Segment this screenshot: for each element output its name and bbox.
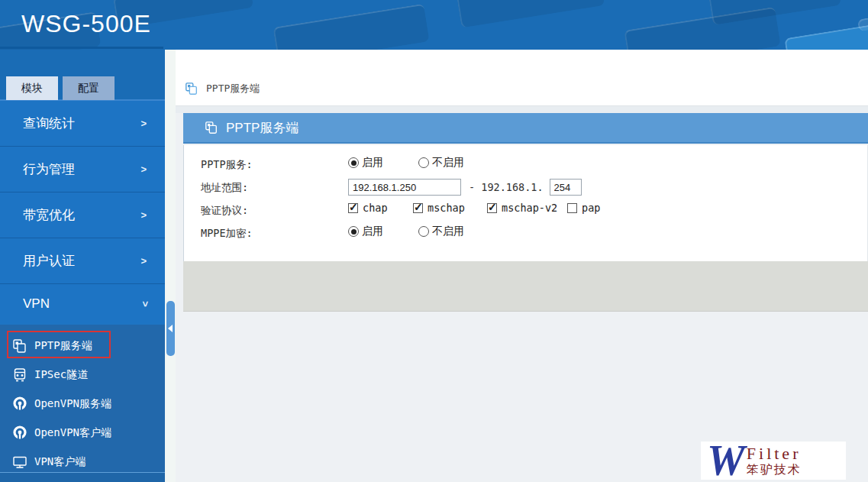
openvpn-icon <box>12 425 27 441</box>
range-separator-text: - 192.168.1. <box>469 181 544 193</box>
sidebar: 模块 配置 查询统计 > 行为管理 > 带宽优化 > 用户认证 > VPN > … <box>0 50 165 482</box>
sidebar-item-query-stats[interactable]: 查询统计 > <box>0 101 165 147</box>
main-content: PPTP服务端 PPTP服务端 PPTP服务: 启用 不启用 地址范围: <box>176 50 868 482</box>
sidebar-collapse-handle[interactable] <box>166 301 175 356</box>
keyboard-texture-key <box>273 4 429 50</box>
submenu-item-pptp-server[interactable]: PPTP服务端 <box>0 332 165 361</box>
submenu-item-ipsec-tunnel[interactable]: IPSec隧道 <box>0 361 165 390</box>
pptp-settings-form: PPTP服务: 启用 不启用 地址范围: - 192.168.1. 验证协议: … <box>183 145 868 261</box>
breadcrumb: PPTP服务端 <box>185 82 260 95</box>
form-footer-strip <box>183 261 868 312</box>
breadcrumb-label: PPTP服务端 <box>206 82 260 95</box>
tab-modules[interactable]: 模块 <box>6 76 58 100</box>
pages-icon <box>205 121 218 134</box>
breadcrumb-bar: PPTP服务端 <box>176 50 868 105</box>
form-row-auth-protocol: 验证协议: chap mschap mschap-v2 pap <box>184 199 867 222</box>
app-title: WSG-500E <box>21 10 151 38</box>
vendor-logo: W Filter 笨驴技术 <box>701 442 846 480</box>
mppe-enable-label: 启用 <box>362 225 383 238</box>
panel-header: PPTP服务端 <box>183 113 868 144</box>
range-start-input[interactable] <box>348 179 461 196</box>
submenu-item-label: IPSec隧道 <box>34 368 88 382</box>
chevron-down-icon: > <box>125 301 165 307</box>
pap-label: pap <box>582 202 600 214</box>
logo-w-mark: W <box>707 443 745 478</box>
pptp-disable-label: 不启用 <box>432 156 464 170</box>
submenu-item-openvpn-server[interactable]: OpenVPN服务端 <box>0 390 165 419</box>
pptp-enable-label: 启用 <box>362 156 383 170</box>
header-underline <box>0 47 163 49</box>
submenu-item-label: VPN客户端 <box>34 455 86 469</box>
submenu-item-openvpn-client[interactable]: OpenVPN客户端 <box>0 419 165 448</box>
chevron-right-icon: > <box>140 192 147 238</box>
form-row-address-range: 地址范围: - 192.168.1. <box>184 176 867 199</box>
submenu-item-label: OpenVPN客户端 <box>34 426 111 440</box>
address-range-label: 地址范围: <box>201 181 248 195</box>
mschap-v2-checkbox[interactable] <box>487 203 497 213</box>
breadcrumb-divider <box>176 105 868 113</box>
sidebar-item-label: 带宽优化 <box>23 208 75 222</box>
form-row-mppe: MPPE加密: 启用 不启用 <box>184 222 867 244</box>
range-end-input[interactable] <box>550 179 582 196</box>
sidebar-item-vpn[interactable]: VPN > <box>0 284 165 325</box>
tab-config[interactable]: 配置 <box>63 76 115 100</box>
sidebar-tabs: 模块 配置 <box>0 50 165 101</box>
collapse-left-icon <box>168 325 173 332</box>
sidebar-item-label: VPN <box>23 296 50 311</box>
logo-subtitle: 笨驴技术 <box>747 463 802 477</box>
chap-checkbox[interactable] <box>348 203 358 213</box>
form-row-pptp-service: PPTP服务: 启用 不启用 <box>184 153 867 176</box>
sidebar-item-user-auth[interactable]: 用户认证 > <box>0 238 165 284</box>
chevron-right-icon: > <box>140 238 147 283</box>
mppe-disable-label: 不启用 <box>432 225 464 238</box>
monitor-icon <box>12 455 27 470</box>
tunnel-icon <box>12 367 27 383</box>
sidebar-item-label: 用户认证 <box>23 254 75 268</box>
pptp-disable-radio[interactable] <box>418 157 429 168</box>
submenu-item-label: PPTP服务端 <box>34 339 92 353</box>
pptp-enable-radio[interactable] <box>348 157 359 168</box>
submenu-item-label: OpenVPN服务端 <box>34 397 111 411</box>
sidebar-gutter <box>165 50 176 482</box>
mppe-label: MPPE加密: <box>201 227 253 241</box>
keyboard-texture-key <box>457 0 605 28</box>
app-header: WSG-500E <box>0 0 868 50</box>
auth-protocol-label: 验证协议: <box>201 204 248 218</box>
pptp-service-label: PPTP服务: <box>201 158 253 172</box>
submenu-item-vpn-client[interactable]: VPN客户端 <box>0 448 165 477</box>
mschap-label: mschap <box>428 202 465 214</box>
mppe-enable-radio[interactable] <box>348 226 359 237</box>
chap-label: chap <box>363 202 388 214</box>
mschap-v2-label: mschap-v2 <box>502 202 557 214</box>
vpn-submenu: PPTP服务端 IPSec隧道 <box>0 325 165 472</box>
pages-icon <box>12 338 27 354</box>
openvpn-icon <box>12 396 27 412</box>
sidebar-item-behavior-mgmt[interactable]: 行为管理 > <box>0 147 165 192</box>
sidebar-item-label: 行为管理 <box>23 162 75 176</box>
sidebar-item-label: 查询统计 <box>23 116 75 131</box>
mppe-disable-radio[interactable] <box>418 226 429 237</box>
mschap-checkbox[interactable] <box>413 203 423 213</box>
pages-icon <box>185 82 198 95</box>
logo-name: Filter <box>747 445 802 463</box>
pap-checkbox[interactable] <box>567 203 577 213</box>
panel-title: PPTP服务端 <box>226 119 298 137</box>
chevron-right-icon: > <box>140 101 147 146</box>
sidebar-item-bandwidth-opt[interactable]: 带宽优化 > <box>0 192 165 238</box>
chevron-right-icon: > <box>140 147 147 192</box>
keyboard-texture-key <box>784 23 868 50</box>
